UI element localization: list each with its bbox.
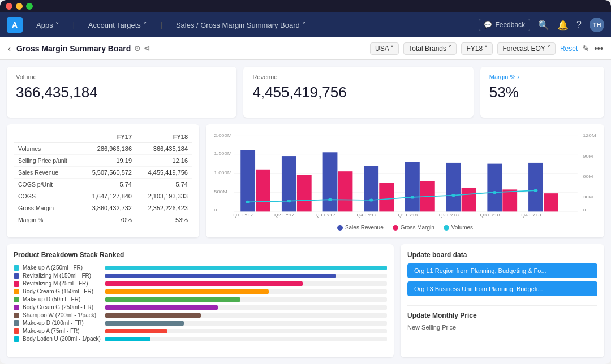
product-color-swatch xyxy=(14,328,19,334)
legend-sales-revenue: Sales Revenue xyxy=(337,224,384,231)
legend-volumes-label: Volumes xyxy=(451,224,473,231)
product-name: Make-up A (250ml - FR) xyxy=(23,265,102,271)
bar-sales-q4fy17[interactable] xyxy=(364,166,378,211)
kpi-revenue-value: 4,455,419,756 xyxy=(252,84,464,101)
table-cell-fy18: 5.74 xyxy=(136,179,192,190)
table-cell-fy18: 4,455,419,756 xyxy=(136,167,192,179)
nav-account-targets[interactable]: Account Targets ˅ xyxy=(84,19,152,32)
avatar[interactable]: TH xyxy=(590,18,604,32)
table-cell-label: Sales Revenue xyxy=(14,167,80,179)
product-color-swatch xyxy=(14,289,19,294)
svg-text:30M: 30M xyxy=(583,195,593,199)
bar-sales-q3fy18[interactable] xyxy=(487,164,502,212)
product-name: Shampoo W (200ml - 1/pack) xyxy=(23,312,102,318)
product-bar xyxy=(105,289,269,294)
minimize-dot[interactable] xyxy=(16,3,23,10)
product-bar-container xyxy=(105,289,387,294)
product-color-swatch xyxy=(14,305,19,310)
settings-icon[interactable]: ⊙ xyxy=(134,44,140,53)
product-item: Body Cream G (250ml - FR) xyxy=(14,304,387,310)
maximize-dot[interactable] xyxy=(26,3,33,10)
product-name: Body Lotion U (200ml - 1/pack) xyxy=(23,336,102,342)
bar-margin-q2fy17[interactable] xyxy=(297,175,312,211)
help-icon[interactable]: ? xyxy=(576,20,582,30)
table-cell-fy18: 2,103,193,333 xyxy=(136,190,192,202)
product-item: Make-up D (100ml - FR) xyxy=(14,320,387,326)
bar-margin-q4fy17[interactable] xyxy=(379,183,394,212)
kpi-margin-label[interactable]: Margin % › xyxy=(489,73,595,80)
feedback-button[interactable]: 💬 Feedback xyxy=(479,19,530,31)
nav-sales-margin[interactable]: Sales / Gross Margin Summary Board ˅ xyxy=(171,19,311,32)
table-cell-label: Margin % xyxy=(14,214,80,226)
title-bar xyxy=(0,0,611,12)
kpi-volume: Volume 366,435,184 xyxy=(7,67,236,118)
bar-margin-q2fy18[interactable] xyxy=(462,188,476,211)
svg-text:Q2 FY18: Q2 FY18 xyxy=(439,213,459,217)
right-panel: Update board data Org L1 Region from Pla… xyxy=(401,244,604,357)
bar-sales-q1fy18[interactable] xyxy=(405,162,420,211)
product-color-swatch xyxy=(14,320,19,326)
org-l3-button[interactable]: Org L3 Business Unit from Planning, Budg… xyxy=(407,281,597,296)
product-bar xyxy=(105,305,218,310)
bottom-row: Product Breakdown Stack Ranked Make-up A… xyxy=(7,244,604,357)
vol-dot-4 xyxy=(369,198,373,201)
close-dot[interactable] xyxy=(6,3,12,10)
bar-margin-q4fy18[interactable] xyxy=(544,193,558,211)
product-item: Body Lotion U (200ml - 1/pack) xyxy=(14,336,387,342)
product-breakdown-card: Product Breakdown Stack Ranked Make-up A… xyxy=(7,244,394,357)
bar-margin-q1fy17[interactable] xyxy=(256,170,270,212)
product-bar xyxy=(105,321,184,326)
filter-brands[interactable]: Total Brands ˅ xyxy=(403,42,457,55)
filter-forecast[interactable]: Forecast EOY ˅ xyxy=(497,42,555,55)
vol-dot-3 xyxy=(328,198,332,201)
product-bar xyxy=(105,281,303,286)
table-cell-label: COGS xyxy=(14,190,80,202)
panel-divider xyxy=(407,305,597,306)
bar-margin-q3fy18[interactable] xyxy=(502,189,517,211)
table-header-fy18: FY18 xyxy=(136,131,192,143)
org-l1-button[interactable]: Org L1 Region from Planning, Budgeting &… xyxy=(407,263,597,278)
svg-text:500M: 500M xyxy=(214,190,227,194)
bar-sales-q4fy18[interactable] xyxy=(528,163,543,211)
bell-icon[interactable]: 🔔 xyxy=(557,20,569,31)
kpi-revenue: Revenue 4,455,419,756 xyxy=(243,67,473,118)
svg-text:Q3 FY18: Q3 FY18 xyxy=(480,213,500,217)
back-icon[interactable]: ‹ xyxy=(8,44,11,53)
filter-usa[interactable]: USA ˅ xyxy=(370,42,399,55)
vol-dot-1 xyxy=(246,201,250,203)
filter-fy18[interactable]: FY18 ˅ xyxy=(461,42,493,55)
table-cell-fy17: 19.19 xyxy=(80,155,136,167)
bar-sales-q2fy18[interactable] xyxy=(446,163,461,211)
product-bar-container xyxy=(105,274,387,278)
table-cell-fy18: 12.16 xyxy=(136,155,192,167)
svg-text:2.000M: 2.000M xyxy=(214,133,231,137)
nav-apps[interactable]: Apps ˅ xyxy=(32,19,64,32)
svg-text:Q2 FY17: Q2 FY17 xyxy=(274,213,294,217)
product-item: Revitalizing M (25ml - FR) xyxy=(14,280,387,287)
table-cell-fy17: 3,860,432,732 xyxy=(80,202,136,214)
gross-margin-dot xyxy=(393,225,398,231)
middle-row: FY17 FY18 Volumes286,966,186366,435,184S… xyxy=(7,124,604,237)
svg-text:0: 0 xyxy=(583,209,586,213)
table-row: Sales Revenue5,507,560,5724,455,419,756 xyxy=(14,167,192,179)
feedback-icon: 💬 xyxy=(484,21,492,29)
search-icon[interactable]: 🔍 xyxy=(538,20,549,31)
page-title: Gross Margin Summary Board ⊙ ⊲ xyxy=(16,44,150,53)
more-icon[interactable]: ••• xyxy=(594,44,603,53)
main-content: Volume 366,435,184 Revenue 4,455,419,756… xyxy=(0,60,611,364)
update-board-title: Update board data xyxy=(407,251,597,259)
volumes-dot xyxy=(444,225,449,231)
product-bar xyxy=(105,337,150,341)
reset-button[interactable]: Reset xyxy=(560,45,578,53)
bar-sales-q3fy17[interactable] xyxy=(323,152,338,211)
table-cell-fy17: 5,507,560,572 xyxy=(80,167,136,179)
product-name: Make-up D (100ml - FR) xyxy=(23,320,102,326)
svg-text:Q1 FY17: Q1 FY17 xyxy=(233,213,253,217)
bar-sales-q2fy17[interactable] xyxy=(282,156,296,211)
app-logo: A xyxy=(7,17,23,33)
share-icon[interactable]: ⊲ xyxy=(144,44,150,53)
edit-icon[interactable]: ✎ xyxy=(582,44,590,54)
product-list: Make-up A (250ml - FR)Revitalizing M (15… xyxy=(14,265,387,342)
product-bar xyxy=(105,266,387,270)
bar-margin-q3fy17[interactable] xyxy=(338,171,353,211)
